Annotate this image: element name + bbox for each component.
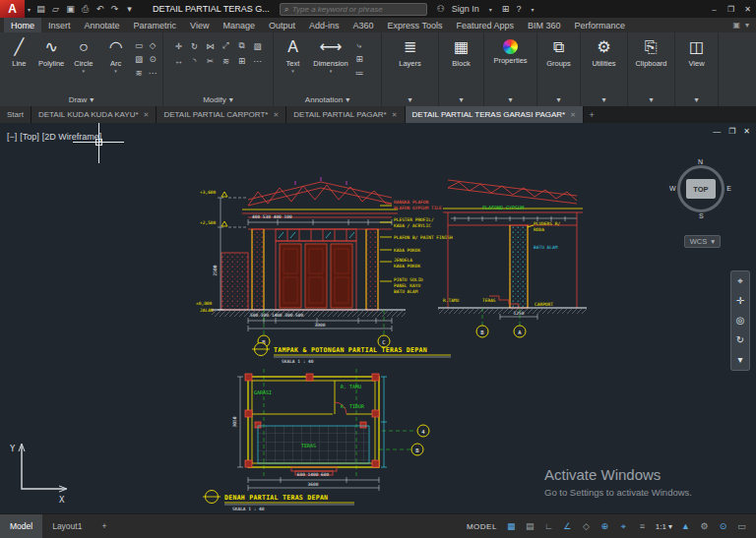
layers-panel-caret[interactable]: ▾ [382,93,438,106]
tab-annotate[interactable]: Annotate [78,18,127,32]
viewcube-east[interactable]: E [726,185,731,192]
minimize-button[interactable]: – [706,0,723,18]
help-search-box[interactable]: ⌕ [280,3,427,16]
grid-toggle-icon[interactable]: ▦ [503,518,520,535]
view-panel-caret[interactable]: ▾ [675,93,718,106]
arc-caret-icon[interactable]: ▾ [114,68,117,75]
help-icon[interactable]: ? [516,4,521,14]
layers-button[interactable]: ≣ Layers [385,33,435,68]
new-layout-button[interactable]: + [92,514,116,538]
copy-icon[interactable]: ⧉ [234,38,250,53]
tab-manage[interactable]: Manage [216,18,262,32]
viewcube-south[interactable]: S [699,212,704,219]
offset-icon[interactable]: ≋ [219,53,234,68]
modify-more-icon[interactable]: ⋯ [250,53,266,68]
sign-in-button[interactable]: Sign In [452,4,479,14]
tab-a360[interactable]: A360 [346,18,381,32]
tab-output[interactable]: Output [262,18,302,32]
viewcube[interactable]: N W E S TOP [672,160,729,217]
utilities-panel-caret[interactable]: ▾ [581,93,627,106]
rotate-icon[interactable]: ↻ [187,38,203,53]
drawing-restore-button[interactable]: ❐ [728,127,735,136]
point-icon[interactable]: ⊙ [146,52,159,66]
close-tab-icon[interactable]: ✕ [392,111,398,119]
circle-caret-icon[interactable]: ▾ [83,68,86,75]
dimension-caret-icon[interactable]: ▾ [330,68,333,75]
file-tab-start[interactable]: Start [0,106,32,123]
close-tab-icon[interactable]: ✕ [144,111,150,119]
circle-button[interactable]: ○ Circle ▾ [68,33,100,75]
isodraft-toggle-icon[interactable]: ◇ [578,518,595,535]
tab-view[interactable]: View [183,18,216,32]
table-icon[interactable]: ⊞ [352,52,366,66]
scale-icon[interactable]: ⤢ [219,38,234,53]
navbar-more-icon[interactable]: ▾ [737,354,742,366]
polyline-button[interactable]: ∿ Polyline [35,33,68,68]
mirror-icon[interactable]: ⋈ [203,38,219,53]
layout1-tab[interactable]: Layout1 [42,514,92,538]
ortho-toggle-icon[interactable]: ∟ [540,518,557,535]
application-menu-button[interactable]: A [0,0,25,18]
clipboard-button[interactable]: ⎘ Clipboard [631,33,671,68]
view-button[interactable]: ◫ View [678,33,715,68]
help-caret-icon[interactable]: ▾ [528,6,536,13]
trim-icon[interactable]: ✂ [203,53,219,68]
leader-icon[interactable]: ⤷ [352,38,366,52]
osnap-toggle-icon[interactable]: ⊕ [597,518,613,535]
orbit-icon[interactable]: ↻ [736,334,744,346]
clipboard-panel-caret[interactable]: ▾ [628,93,674,106]
drawing-close-button[interactable]: ✕ [743,127,750,136]
close-tab-icon[interactable]: ✕ [273,111,279,119]
application-menu-caret-icon[interactable]: ▾ [25,6,33,13]
viewport-visual-style-control[interactable]: [2D Wireframe] [42,132,102,142]
line-button[interactable]: ╱ Line [3,33,35,68]
draw-more-icon[interactable]: ⋯ [146,66,159,80]
viewport-view-control[interactable]: [Top] [20,132,39,142]
clean-screen-icon[interactable]: ▭ [733,518,750,535]
undo-icon[interactable]: ↶ [93,4,107,14]
annotation-visibility-icon[interactable]: ▲ [677,518,694,535]
snap-toggle-icon[interactable]: ▤ [522,518,538,535]
annotation-panel-label[interactable]: Annotation ▾ [274,93,381,106]
drawing-minimize-button[interactable]: — [713,127,721,136]
tab-express-tools[interactable]: Express Tools [381,18,450,32]
otrack-toggle-icon[interactable]: ⌖ [615,518,632,535]
ribbon-options-icon[interactable]: ▾ [745,21,749,30]
file-tab[interactable]: DETAIL PARTIAL PAGAR* ✕ [286,106,405,123]
file-tab-active[interactable]: DETAIL PARTIAL TERAS GARASI PAGAR* ✕ [406,106,584,123]
close-button[interactable]: ✕ [739,0,756,18]
plot-icon[interactable]: ⎙ [78,4,93,15]
save-icon[interactable]: ▣ [63,4,78,14]
tab-bim360[interactable]: BIM 360 [521,18,568,32]
lineweight-toggle-icon[interactable]: ≡ [634,518,651,535]
viewcube-north[interactable]: N [698,158,703,165]
sign-in-caret-icon[interactable]: ▾ [486,6,495,13]
ellipse-icon[interactable]: ◇ [146,38,159,52]
draw-panel-label[interactable]: Draw ▾ [0,93,162,106]
arc-button[interactable]: ◠ Arc ▾ [99,33,132,75]
array-icon[interactable]: ⊞ [234,53,250,68]
open-icon[interactable]: ▱ [48,4,63,14]
utilities-button[interactable]: ⚙ Utilities [584,33,624,68]
text-caret-icon[interactable]: ▾ [291,68,294,75]
properties-panel-caret[interactable]: ▾ [484,93,536,106]
viewcube-west[interactable]: W [669,185,676,192]
dimension-button[interactable]: ⟷ Dimension ▾ [309,33,352,75]
hatch-icon[interactable]: ▨ [132,52,146,66]
model-space-indicator[interactable]: MODEL [467,522,497,531]
move-icon[interactable]: ✛ [171,38,187,53]
search-input[interactable] [292,5,414,14]
restore-button[interactable]: ❐ [723,0,739,18]
tab-performance[interactable]: Performance [567,18,632,32]
block-button[interactable]: ▦ Block [442,33,480,68]
pan-icon[interactable]: ✛ [736,295,744,307]
model-tab[interactable]: Model [0,514,42,538]
properties-button[interactable]: Properties [487,33,534,65]
modify-panel-label[interactable]: Modify ▾ [163,93,273,106]
erase-icon[interactable]: ▨ [250,38,266,53]
tab-insert[interactable]: Insert [41,18,78,32]
viewport-minus-control[interactable]: [−] [7,132,17,142]
wcs-selector[interactable]: WCS ▾ [684,235,721,248]
tab-home[interactable]: Home [4,18,41,32]
rectangle-icon[interactable]: ▭ [132,38,146,52]
